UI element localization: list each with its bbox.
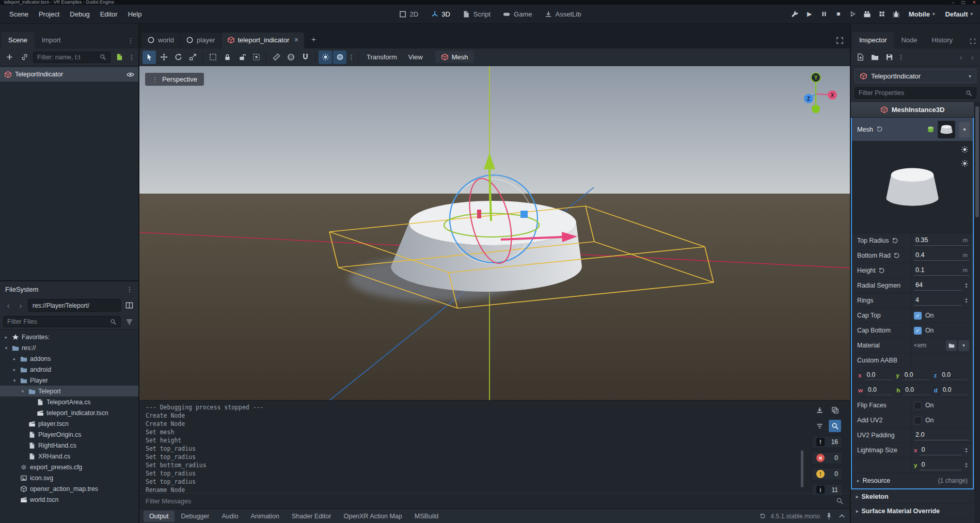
axis-y-label[interactable]: Y [814, 75, 818, 81]
inspector-scroll-area[interactable]: MeshInstance3D Mesh ▾ [851, 102, 980, 523]
inspector-scrollbar[interactable] [974, 102, 980, 523]
scrollbar-thumb[interactable] [975, 106, 979, 217]
tree-arrow-icon[interactable]: ▸ [11, 356, 18, 361]
radial-segments-field[interactable]: 64 [914, 281, 961, 291]
scene-tab-player[interactable]: player [180, 33, 220, 49]
pin-bottom-panel-button[interactable] [825, 512, 833, 520]
close-tab-icon[interactable]: ✕ [294, 37, 298, 43]
maximize-window-icon[interactable]: ▢ [961, 0, 966, 5]
preview-sun-button[interactable] [319, 51, 332, 64]
window-titlebar[interactable]: teleport_indicator.tscn - VR Examples - … [0, 0, 980, 5]
property-row-mesh[interactable]: Mesh ▾ [852, 118, 973, 141]
menu-debug[interactable]: Debug [65, 8, 94, 21]
version-label[interactable]: 4.5.1.stable.mono [771, 513, 820, 520]
fs-filter-input[interactable] [7, 318, 107, 325]
new-scene-tab-button[interactable]: + [307, 32, 320, 45]
fs-back-button[interactable]: ‹ [3, 300, 13, 311]
preview-environment-button[interactable] [333, 51, 346, 64]
move-tool-button[interactable] [157, 51, 170, 64]
mesh-dropdown-button[interactable]: ▾ [959, 122, 970, 137]
unlock-node-button[interactable] [235, 51, 248, 64]
cylinder-top[interactable] [409, 201, 576, 245]
minimize-window-icon[interactable]: – [952, 0, 954, 5]
visibility-toggle[interactable] [127, 71, 134, 78]
menu-editor[interactable]: Editor [95, 8, 123, 21]
3d-viewport[interactable]: Y X Z ⋮ Perspective [139, 66, 850, 400]
material-load-button[interactable] [946, 340, 957, 351]
flip-faces-checkbox[interactable] [914, 402, 922, 409]
fs-split-mode-button[interactable] [123, 299, 135, 312]
preview-light-2-button[interactable] [961, 160, 969, 167]
fs-path-input[interactable] [33, 302, 116, 309]
scene-tree-menu-icon[interactable]: ⋮ [128, 53, 135, 61]
play-button[interactable]: ▶ [804, 9, 815, 19]
lightmap-size-y-field[interactable]: 0 [920, 461, 961, 470]
revert-icon[interactable] [892, 237, 898, 244]
copy-log-button[interactable] [829, 404, 841, 416]
revert-icon[interactable] [878, 267, 885, 274]
spinner-icon[interactable] [963, 297, 969, 304]
bottom-radius-field[interactable]: 0.4m [914, 251, 969, 261]
tab-import[interactable]: Import [35, 32, 68, 49]
scale-tool-button[interactable] [186, 51, 199, 64]
message-count-badge[interactable]: !16 [812, 436, 843, 448]
remote-debug-button[interactable] [891, 9, 902, 19]
tab-shader-editor[interactable]: Shader Editor [286, 511, 337, 522]
scene-filter-input[interactable] [37, 54, 97, 61]
history-forward-button[interactable]: › [968, 53, 977, 61]
tab-history[interactable]: History [925, 32, 960, 49]
scene-dock-menu-icon[interactable]: ⋮ [127, 37, 134, 44]
environment-options-icon[interactable]: ⋮ [347, 53, 355, 61]
list-item[interactable]: ▸Favorites: [0, 331, 138, 342]
tab-output[interactable]: Output [144, 511, 175, 522]
height-field[interactable]: 0.1m [914, 266, 969, 276]
list-item[interactable]: world.tscn [0, 494, 138, 505]
revert-icon[interactable] [876, 126, 883, 133]
collapse-duplicates-button[interactable] [813, 420, 826, 432]
output-filter-input[interactable] [146, 498, 832, 505]
output-scrollbar[interactable] [800, 401, 804, 493]
load-resource-button[interactable] [868, 51, 881, 64]
new-resource-button[interactable] [854, 51, 866, 64]
spinner-icon[interactable] [963, 447, 969, 454]
add-node-button[interactable] [3, 51, 15, 64]
fs-sort-button[interactable] [123, 315, 135, 328]
list-item[interactable]: TeleportArea.cs [0, 397, 138, 407]
tree-arrow-icon[interactable]: ▸ [3, 335, 9, 340]
tree-arrow-icon[interactable]: ▾ [11, 378, 18, 383]
top-radius-field[interactable]: 0.35m [914, 236, 969, 246]
list-item[interactable]: teleport_indicator.tscn [0, 407, 138, 418]
cap-top-checkbox[interactable]: ✓ [914, 312, 922, 320]
history-back-button[interactable]: ‹ [956, 53, 966, 61]
preview-light-1-button[interactable] [961, 146, 969, 153]
list-item[interactable]: RightHand.cs [0, 440, 138, 451]
customize-run-icon[interactable] [790, 9, 800, 19]
view-menu[interactable]: View [403, 51, 428, 63]
warning-count-badge[interactable]: !0 [812, 468, 843, 480]
rings-field[interactable]: 4 [914, 296, 961, 306]
list-item[interactable]: icon.svg [0, 472, 138, 483]
tab-debugger[interactable]: Debugger [176, 511, 215, 522]
property-filter-input[interactable] [859, 89, 962, 97]
snap-toggle-button[interactable] [298, 51, 312, 64]
section-skeleton[interactable]: ▸ Skeleton [851, 489, 974, 504]
list-item[interactable]: player.tscn [0, 418, 138, 429]
search-log-button[interactable] [829, 420, 841, 432]
preset-dropdown[interactable]: Default▾ [942, 9, 976, 20]
workspace-script[interactable]: Script [458, 8, 495, 20]
renderer-dropdown[interactable]: Mobile▾ [906, 9, 938, 20]
tree-arrow-icon[interactable]: ▾ [20, 389, 26, 394]
list-item[interactable]: PlayerOrigin.cs [0, 429, 138, 440]
list-item[interactable]: openxr_action_map.tres [0, 483, 138, 494]
scene-tab-world[interactable]: world [141, 33, 180, 49]
add-uv2-checkbox[interactable] [914, 417, 922, 424]
fs-filter[interactable] [3, 316, 121, 327]
close-window-icon[interactable]: ✕ [972, 0, 976, 5]
tab-scene[interactable]: Scene [1, 32, 35, 49]
attach-script-button[interactable] [113, 51, 125, 64]
play-scene-button[interactable] [848, 9, 858, 19]
scene-tab-teleport-indicator[interactable]: teleport_indicator✕ [222, 33, 305, 49]
camera-preview-button[interactable] [284, 51, 297, 64]
cap-bottom-checkbox[interactable]: ✓ [914, 327, 922, 335]
mesh-menu[interactable]: Mesh [435, 51, 474, 63]
